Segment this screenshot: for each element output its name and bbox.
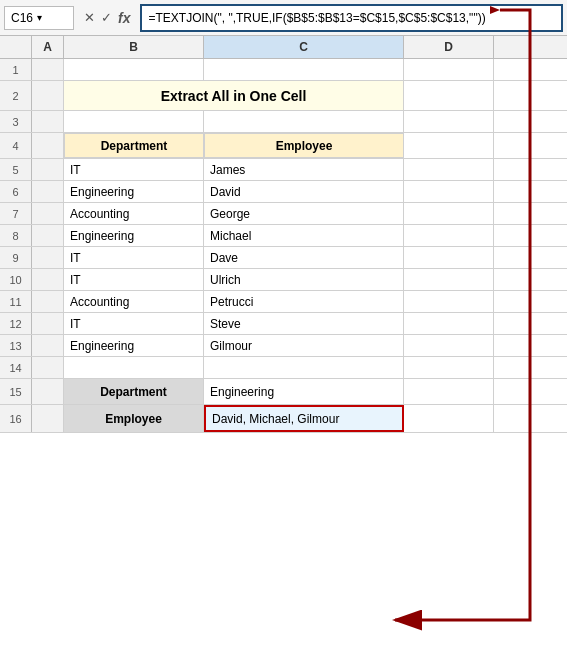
cell-d1[interactable] — [404, 59, 494, 80]
table-row: 12 IT Steve — [0, 313, 567, 335]
cell-b3[interactable] — [64, 111, 204, 132]
cell-b6[interactable]: Engineering — [64, 181, 204, 202]
cell-b8[interactable]: Engineering — [64, 225, 204, 246]
col-header-d: D — [404, 36, 494, 58]
cell-b1[interactable] — [64, 59, 204, 80]
cell-b11[interactable]: Accounting — [64, 291, 204, 312]
cell-d6[interactable] — [404, 181, 494, 202]
cell-a9[interactable] — [32, 247, 64, 268]
cell-b14[interactable] — [64, 357, 204, 378]
cell-d11[interactable] — [404, 291, 494, 312]
cell-c9[interactable]: Dave — [204, 247, 404, 268]
cell-d7[interactable] — [404, 203, 494, 224]
col-header-c: C — [204, 36, 404, 58]
cell-d3[interactable] — [404, 111, 494, 132]
formula-action-icons: ✕ ✓ fx — [78, 10, 136, 26]
cell-c6[interactable]: David — [204, 181, 404, 202]
cell-d4[interactable] — [404, 133, 494, 158]
cell-b4-header[interactable]: Department — [64, 133, 204, 158]
cell-a3[interactable] — [32, 111, 64, 132]
cell-c12[interactable]: Steve — [204, 313, 404, 334]
col-header-b: B — [64, 36, 204, 58]
spreadsheet: A B C D 1 2 Extract All in One Cell 3 — [0, 36, 567, 433]
table-row: 11 Accounting Petrucci — [0, 291, 567, 313]
formula-text: =TEXTJOIN(", ",TRUE,IF($B$5:$B$13=$C$15,… — [148, 11, 485, 25]
cell-a7[interactable] — [32, 203, 64, 224]
cell-b7[interactable]: Accounting — [64, 203, 204, 224]
cell-a14[interactable] — [32, 357, 64, 378]
cell-c1[interactable] — [204, 59, 404, 80]
cell-c14[interactable] — [204, 357, 404, 378]
formula-input[interactable]: =TEXTJOIN(", ",TRUE,IF($B$5:$B$13=$C$15,… — [140, 4, 563, 32]
cell-d15[interactable] — [404, 379, 494, 404]
confirm-icon[interactable]: ✓ — [101, 10, 112, 25]
col-header-a: A — [32, 36, 64, 58]
cell-d10[interactable] — [404, 269, 494, 290]
cell-a12[interactable] — [32, 313, 64, 334]
cell-a16[interactable] — [32, 405, 64, 432]
cell-b16[interactable]: Employee — [64, 405, 204, 432]
cell-c4-header[interactable]: Employee — [204, 133, 404, 158]
row-num-10: 10 — [0, 269, 32, 290]
cell-c11[interactable]: Petrucci — [204, 291, 404, 312]
table-row: 1 — [0, 59, 567, 81]
cell-d2[interactable] — [404, 81, 494, 110]
cell-a5[interactable] — [32, 159, 64, 180]
cell-d8[interactable] — [404, 225, 494, 246]
cell-c15[interactable]: Engineering — [204, 379, 404, 404]
cell-a15[interactable] — [32, 379, 64, 404]
cell-b5[interactable]: IT — [64, 159, 204, 180]
cell-c16[interactable]: David, Michael, Gilmour — [204, 405, 404, 432]
summary-emp-label: Employee — [70, 412, 197, 426]
row-num-12: 12 — [0, 313, 32, 334]
table-row: 9 IT Dave — [0, 247, 567, 269]
row-num-4: 4 — [0, 133, 32, 158]
cancel-icon[interactable]: ✕ — [84, 10, 95, 25]
table-row: 14 — [0, 357, 567, 379]
cell-a2[interactable] — [32, 81, 64, 110]
cell-d13[interactable] — [404, 335, 494, 356]
cell-b13[interactable]: Engineering — [64, 335, 204, 356]
cell-a1[interactable] — [32, 59, 64, 80]
cell-a11[interactable] — [32, 291, 64, 312]
cell-b9[interactable]: IT — [64, 247, 204, 268]
cell-a6[interactable] — [32, 181, 64, 202]
cell-a13[interactable] — [32, 335, 64, 356]
cell-reference-box[interactable]: C16 ▾ — [4, 6, 74, 30]
row-num-15: 15 — [0, 379, 32, 404]
cell-d16[interactable] — [404, 405, 494, 432]
row-num-13: 13 — [0, 335, 32, 356]
page-wrapper: C16 ▾ ✕ ✓ fx =TEXTJOIN(", ",TRUE,IF($B$5… — [0, 0, 567, 672]
title-cell[interactable]: Extract All in One Cell — [64, 81, 404, 110]
cell-c8[interactable]: Michael — [204, 225, 404, 246]
cell-a8[interactable] — [32, 225, 64, 246]
cell-c3[interactable] — [204, 111, 404, 132]
cell-c10[interactable]: Ulrich — [204, 269, 404, 290]
cell-d5[interactable] — [404, 159, 494, 180]
table-row: 3 — [0, 111, 567, 133]
table-row: 15 Department Engineering — [0, 379, 567, 405]
dept-header: Department — [71, 139, 197, 153]
cell-b15[interactable]: Department — [64, 379, 204, 404]
row-num-5: 5 — [0, 159, 32, 180]
cell-b10[interactable]: IT — [64, 269, 204, 290]
cell-a4[interactable] — [32, 133, 64, 158]
cell-d12[interactable] — [404, 313, 494, 334]
fx-icon[interactable]: fx — [118, 10, 130, 26]
cell-c5[interactable]: James — [204, 159, 404, 180]
summary-dept-label: Department — [70, 385, 197, 399]
cell-d9[interactable] — [404, 247, 494, 268]
row-num-16: 16 — [0, 405, 32, 432]
column-headers: A B C D — [0, 36, 567, 59]
cell-b12[interactable]: IT — [64, 313, 204, 334]
cell-ref-dropdown-icon[interactable]: ▾ — [37, 12, 42, 23]
cell-a10[interactable] — [32, 269, 64, 290]
cell-d14[interactable] — [404, 357, 494, 378]
cell-c7[interactable]: George — [204, 203, 404, 224]
corner-cell — [0, 36, 32, 58]
table-row: 4 Department Employee — [0, 133, 567, 159]
table-row: 16 Employee David, Michael, Gilmour — [0, 405, 567, 433]
cell-c13[interactable]: Gilmour — [204, 335, 404, 356]
table-row: 5 IT James — [0, 159, 567, 181]
formula-bar: C16 ▾ ✕ ✓ fx =TEXTJOIN(", ",TRUE,IF($B$5… — [0, 0, 567, 36]
